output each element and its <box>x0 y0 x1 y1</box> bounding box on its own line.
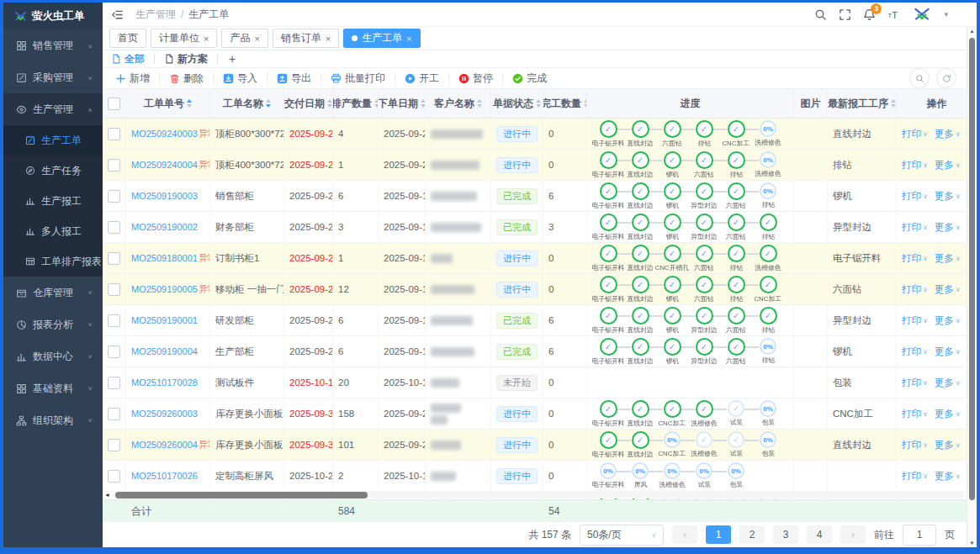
more-button[interactable]: 更多∨ <box>935 190 961 203</box>
sidebar-item-purchase-management[interactable]: 采购管理∨ <box>3 61 103 93</box>
work-order-link[interactable]: MO2509190001 <box>131 315 198 325</box>
sidebar-item-production-work-order[interactable]: 生产工单 <box>3 125 103 156</box>
vertical-scrollbar[interactable]: ▲ ▼ <box>967 27 977 547</box>
row-checkbox[interactable] <box>108 190 120 203</box>
sidebar-item-multi-person-report[interactable]: 多人报工 <box>3 216 103 246</box>
sidebar-item-org-structure[interactable]: 组织架构∨ <box>3 404 103 436</box>
work-order-link[interactable]: MO2509190003 <box>131 191 198 201</box>
tab-sales-order[interactable]: 销售订单× <box>273 29 339 48</box>
bell-icon[interactable]: 3 <box>863 8 876 21</box>
toolbar-button-finish[interactable]: 完成 <box>502 71 556 85</box>
more-button[interactable]: 更多∨ <box>935 439 961 451</box>
sidebar-item-basic-data[interactable]: 基础资料∨ <box>3 372 103 404</box>
chevron-down-icon[interactable]: ▾ <box>944 10 948 18</box>
print-button[interactable]: 打印∨ <box>902 470 928 483</box>
tab-measure-unit[interactable]: 计量单位× <box>151 29 217 48</box>
fullscreen-icon[interactable] <box>839 8 851 21</box>
print-button[interactable]: 打印∨ <box>902 314 928 327</box>
sort-icon[interactable] <box>536 99 541 108</box>
more-button[interactable]: 更多∨ <box>935 159 961 171</box>
row-checkbox[interactable] <box>108 314 120 327</box>
row-checkbox[interactable] <box>108 408 120 420</box>
more-button[interactable]: 更多∨ <box>935 314 961 327</box>
vertical-scroll-thumb[interactable] <box>969 38 975 500</box>
more-button[interactable]: 更多∨ <box>935 252 961 265</box>
search-icon[interactable] <box>814 8 827 21</box>
toolbar-button-start[interactable]: 开工 <box>395 71 448 85</box>
page-button-3[interactable]: 3 <box>773 525 798 544</box>
sidebar-item-data-center[interactable]: 数据中心∨ <box>3 340 103 372</box>
collapse-menu-icon[interactable] <box>111 8 124 21</box>
work-order-link[interactable]: MO2509260003 <box>131 409 198 419</box>
print-button[interactable]: 打印∨ <box>902 190 928 203</box>
print-button[interactable]: 打印∨ <box>902 283 928 296</box>
work-order-link[interactable]: MO2510170026 <box>131 471 198 481</box>
select-all-checkbox[interactable] <box>108 98 120 110</box>
more-button[interactable]: 更多∨ <box>935 128 961 140</box>
print-button[interactable]: 打印∨ <box>902 128 928 140</box>
page-button-2[interactable]: 2 <box>739 525 765 544</box>
row-checkbox[interactable] <box>108 470 120 483</box>
column-header-work-order-name[interactable]: 工单名称 <box>210 89 284 118</box>
close-icon[interactable]: × <box>406 34 411 44</box>
sort-icon[interactable] <box>891 99 896 108</box>
table-search-button[interactable] <box>909 68 930 88</box>
work-order-link[interactable]: MO2509180001 <box>131 253 198 263</box>
sidebar-item-warehouse-management[interactable]: 仓库管理∨ <box>3 277 103 309</box>
column-header-customer-name[interactable]: 客户名称 <box>426 89 491 118</box>
font-size-icon[interactable]: TT <box>887 8 900 21</box>
page-size-select[interactable]: 50条/页∨ <box>580 525 664 546</box>
close-icon[interactable]: × <box>254 34 259 44</box>
sidebar-item-production-management[interactable]: 生产管理∧ <box>3 93 103 125</box>
prev-page-button[interactable]: ‹ <box>672 525 697 544</box>
work-order-link[interactable]: MO2509190002 <box>131 222 198 232</box>
more-button[interactable]: 更多∨ <box>935 221 961 234</box>
work-order-link[interactable]: MO2509190005 <box>131 284 198 294</box>
row-checkbox[interactable] <box>108 159 120 171</box>
column-header-latest-process[interactable]: 最新报工工序 <box>828 89 897 118</box>
toolbar-button-import[interactable]: 导入 <box>213 71 267 85</box>
scroll-down-icon[interactable]: ▼ <box>970 539 975 547</box>
more-button[interactable]: 更多∨ <box>935 346 961 358</box>
toolbar-button-batch-print[interactable]: 批量打印 <box>320 71 395 85</box>
horizontal-scroll-track[interactable] <box>112 492 965 499</box>
column-header-planned-qty[interactable]: 排产数量 <box>333 89 379 118</box>
toolbar-button-export[interactable]: 导出 <box>267 71 320 85</box>
column-header-finished-qty[interactable]: 完工数量 <box>543 89 587 118</box>
close-icon[interactable]: × <box>204 34 209 44</box>
page-button-1[interactable]: 1 <box>706 525 731 544</box>
table-refresh-button[interactable] <box>936 68 956 88</box>
work-order-link[interactable]: MO2509240004 <box>131 160 198 170</box>
toolbar-button-pause[interactable]: 暂停 <box>448 71 502 85</box>
sort-icon[interactable] <box>327 99 332 108</box>
sort-icon[interactable] <box>187 99 192 108</box>
sort-icon[interactable] <box>477 99 482 108</box>
sidebar-item-report-analysis[interactable]: 报表分析∨ <box>3 309 103 340</box>
toolbar-button-add[interactable]: 新增 <box>106 71 159 85</box>
print-button[interactable]: 打印∨ <box>902 377 928 389</box>
tab-home[interactable]: 首页 <box>109 29 146 48</box>
view-new-scheme[interactable]: 新方案 <box>164 52 208 66</box>
more-button[interactable]: 更多∨ <box>935 470 961 483</box>
print-button[interactable]: 打印∨ <box>902 221 928 234</box>
column-header-status[interactable]: 单据状态 <box>491 89 543 118</box>
print-button[interactable]: 打印∨ <box>902 408 928 420</box>
print-button[interactable]: 打印∨ <box>902 346 928 358</box>
row-checkbox[interactable] <box>108 128 120 140</box>
next-page-button[interactable]: › <box>840 525 866 544</box>
row-checkbox[interactable] <box>108 377 120 389</box>
work-order-link[interactable]: MO2510170028 <box>131 377 198 388</box>
scroll-up-icon[interactable]: ▲ <box>970 27 975 35</box>
row-checkbox[interactable] <box>108 252 120 265</box>
row-checkbox[interactable] <box>108 346 120 358</box>
print-button[interactable]: 打印∨ <box>902 439 928 451</box>
scroll-left-icon[interactable]: ◄ <box>104 492 110 498</box>
more-button[interactable]: 更多∨ <box>935 408 961 420</box>
sidebar-item-work-order-schedule-report[interactable]: 工单排产报表 <box>3 246 103 277</box>
tab-product[interactable]: 产品× <box>221 29 268 48</box>
close-icon[interactable]: × <box>326 34 331 44</box>
page-button-4[interactable]: 4 <box>807 525 832 544</box>
column-header-delivery-date[interactable]: 交付日期 <box>284 89 333 118</box>
toolbar-button-delete[interactable]: 删除 <box>159 71 213 85</box>
more-button[interactable]: 更多∨ <box>935 377 961 389</box>
